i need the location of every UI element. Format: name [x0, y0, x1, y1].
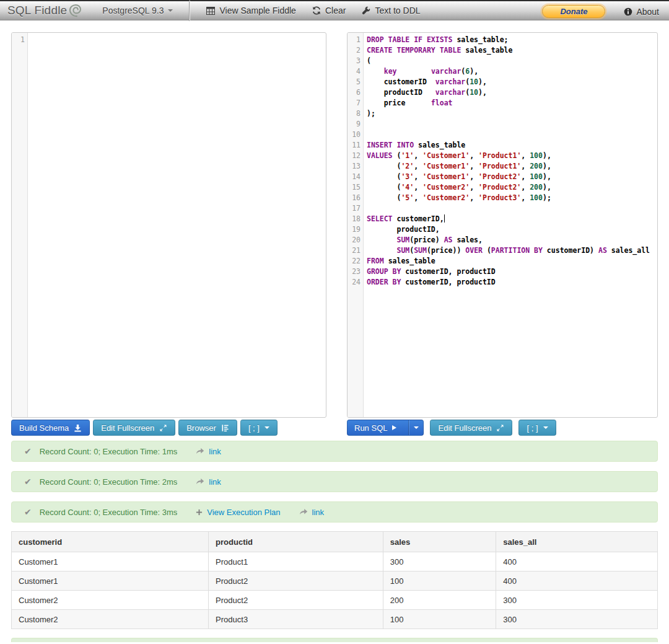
main-content: 1 12345678910111213141516171819202122232…	[0, 32, 669, 642]
db-version-dropdown[interactable]: PostgreSQL 9.3	[102, 6, 173, 15]
table-cell: 300	[383, 552, 496, 571]
code-line: productID varchar(10),	[367, 87, 657, 98]
about-label: About	[636, 7, 659, 17]
line-number: 6	[348, 87, 361, 98]
line-number: 13	[348, 161, 361, 172]
code-line: ('2', 'Customer1', 'Product1', 200),	[367, 161, 657, 172]
line-number: 14	[348, 172, 361, 182]
table-cell: Product1	[209, 552, 383, 571]
table-cell: Product3	[209, 610, 383, 629]
query-link[interactable]: link	[312, 508, 325, 517]
outdent-icon	[221, 424, 229, 432]
schema-terminator-dropdown[interactable]: [ ; ]	[240, 420, 278, 436]
line-number: 22	[348, 256, 361, 267]
code-line: SUM(price) AS sales,	[367, 235, 657, 245]
record-count-text: Record Count: 0; Execution Time: 3ms	[40, 508, 178, 517]
table-cell: Customer2	[12, 591, 209, 610]
code-line: VALUES ('1', 'Customer1', 'Product1', 10…	[367, 151, 657, 161]
sql-editor-gutter: 123456789101112131415161718192021222324	[348, 33, 364, 417]
line-number: 1	[348, 35, 361, 45]
clear-label: Clear	[325, 6, 346, 15]
column-header-productid: productid	[209, 532, 383, 552]
navbar-divider	[189, 1, 190, 21]
editor-panels: 1 12345678910111213141516171819202122232…	[11, 32, 658, 418]
about-button[interactable]: About	[624, 7, 659, 17]
schema-editor-panel: 1	[11, 32, 326, 418]
code-line: INSERT INTO sales_table	[367, 140, 657, 151]
record-count-text: Record Count: 0; Execution Time: 2ms	[40, 477, 178, 487]
browser-button[interactable]: Browser	[178, 420, 237, 436]
text-to-ddl-label: Text to DDL	[375, 6, 420, 15]
plus-icon	[196, 509, 203, 516]
query-result-bar-2: ✔ Record Count: 0; Execution Time: 3ms V…	[11, 501, 658, 523]
code-line: );	[367, 108, 657, 119]
sql-editor-panel: 123456789101112131415161718192021222324 …	[347, 32, 658, 418]
chevron-down-icon	[414, 426, 419, 429]
table-header-row: customerid productid sales sales_all	[12, 532, 658, 552]
code-line: customerID varchar(10),	[367, 77, 657, 87]
share-arrow-icon	[196, 478, 204, 485]
donate-label: Donate	[560, 7, 587, 16]
line-number: 8	[348, 108, 361, 119]
code-line: ('3', 'Customer1', 'Product2', 100),	[367, 172, 657, 182]
code-line: FROM sales_table	[367, 256, 657, 267]
view-execution-plan-link[interactable]: View Execution Plan	[207, 508, 280, 517]
view-sample-fiddle-label: View Sample Fiddle	[219, 6, 295, 15]
code-line: (	[367, 56, 657, 66]
table-grid-icon	[206, 7, 215, 15]
run-sql-options-button[interactable]	[408, 420, 423, 435]
table-row: Customer2Product3100300	[12, 610, 658, 629]
line-number: 3	[348, 56, 361, 66]
db-version-label: PostgreSQL 9.3	[102, 6, 164, 15]
line-number: 23	[348, 267, 361, 277]
query-link[interactable]: link	[209, 477, 221, 487]
schema-edit-fullscreen-button[interactable]: Edit Fullscreen	[93, 420, 175, 436]
code-line: DROP TABLE IF EXISTS sales_table;	[367, 35, 657, 45]
run-sql-label: Run SQL	[354, 423, 387, 433]
share-arrow-icon	[196, 448, 204, 455]
sql-editor[interactable]: DROP TABLE IF EXISTS sales_table;CREATE …	[364, 33, 657, 417]
schema-editor[interactable]	[28, 33, 326, 417]
line-number: 19	[348, 224, 361, 235]
expand-icon	[496, 424, 504, 432]
code-line: price float	[367, 98, 657, 108]
build-schema-label: Build Schema	[19, 423, 69, 433]
view-sample-fiddle-button[interactable]: View Sample Fiddle	[206, 6, 295, 15]
app-logo[interactable]: SQL Fiddle	[7, 4, 84, 18]
column-header-sales-all: sales_all	[496, 532, 658, 552]
check-icon: ✔	[24, 477, 32, 487]
code-line: ('5', 'Customer2', 'Product3', 100);	[367, 193, 657, 203]
app-title: SQL Fiddle	[7, 4, 67, 17]
donate-button[interactable]: Donate	[542, 5, 605, 18]
text-cursor	[444, 214, 445, 223]
edit-fullscreen-label: Edit Fullscreen	[438, 423, 491, 433]
text-to-ddl-button[interactable]: Text to DDL	[362, 6, 420, 15]
schema-editor-gutter: 1	[12, 33, 28, 417]
query-terminator-dropdown[interactable]: [ ; ]	[518, 420, 556, 436]
table-row: Customer1Product2100400	[12, 571, 658, 591]
query-edit-fullscreen-button[interactable]: Edit Fullscreen	[430, 420, 512, 436]
line-number: 20	[348, 235, 361, 245]
edit-fullscreen-label: Edit Fullscreen	[101, 423, 154, 433]
schema-link[interactable]: link	[209, 447, 221, 456]
code-line	[367, 130, 657, 140]
table-row: Customer1Product1300400	[12, 552, 658, 571]
code-line	[367, 119, 657, 130]
line-number: 16	[348, 193, 361, 203]
line-number: 12	[348, 151, 361, 161]
code-line: SUM(SUM(price)) OVER (PARTITION BY custo…	[367, 245, 657, 256]
chevron-down-icon	[168, 9, 173, 12]
terminator-label: [ ; ]	[248, 423, 260, 433]
line-number: 9	[348, 119, 361, 130]
table-cell: Product2	[209, 591, 383, 610]
table-cell: 100	[383, 571, 496, 591]
run-sql-button[interactable]: Run SQL	[348, 420, 403, 435]
code-line	[31, 35, 326, 45]
browser-label: Browser	[186, 423, 216, 433]
wrench-icon	[362, 6, 370, 15]
build-schema-button[interactable]: Build Schema	[11, 420, 90, 436]
code-line: SELECT customerID,	[367, 214, 657, 224]
table-cell: Customer1	[12, 552, 209, 571]
line-number: 1	[12, 35, 25, 45]
clear-button[interactable]: Clear	[312, 6, 346, 15]
